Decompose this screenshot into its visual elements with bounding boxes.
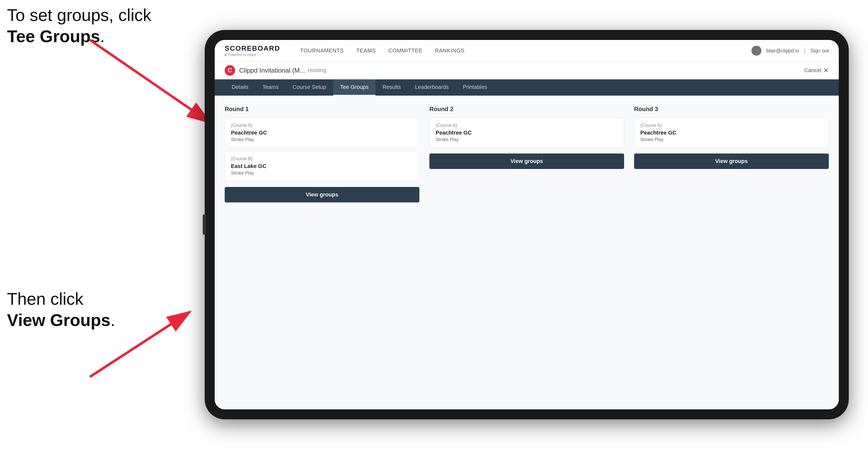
user-email: blair@clippd.io [766,48,799,54]
logo-c-icon: c [225,53,227,57]
tab-teams[interactable]: Teams [255,80,286,96]
tournament-icon: C [225,65,235,75]
tournament-header: C Clippd Invitational (M... Hosting Canc… [215,62,839,80]
nav-separator: | [804,48,805,54]
nav-teams[interactable]: TEAMS [356,48,376,54]
sub-navigation: Details Teams Course Setup Tee Groups Re… [215,80,839,96]
logo-sub: c Powered by clippit [225,53,256,57]
round-1-course-b-name: East Lake GC [231,163,413,169]
round-1-course-a-label: (Course A) [231,123,413,128]
tablet-screen: SCOREBOARD c Powered by clippit TOURNAME… [215,40,839,409]
tab-details[interactable]: Details [225,80,255,96]
round-2-title: Round 2 [429,105,624,113]
round-3-title: Round 3 [634,105,829,113]
nav-committee[interactable]: COMMITTEE [389,48,423,54]
logo-text: SCOREBOARD [225,44,280,53]
round-3-course-a-name: Peachtree GC [640,129,823,136]
round-2-course-a-card: (Course A) Peachtree GC Stroke Play [429,118,624,148]
round-3-course-a-card: (Course A) Peachtree GC Stroke Play [634,118,829,148]
round-3-course-a-format: Stroke Play [640,137,823,142]
round-1-course-a-format: Stroke Play [231,137,413,142]
round-3-view-groups-button[interactable]: View groups [634,154,829,169]
tab-leaderboards[interactable]: Leaderboards [408,80,456,96]
main-content: Round 1 (Course A) Peachtree GC Stroke P… [215,96,839,409]
logo-sub-text: Powered by clippit [228,53,256,57]
round-1-course-b-card: (Course B) East Lake GC Stroke Play [225,151,420,181]
tournament-initial: C [228,67,232,74]
tab-course-setup[interactable]: Course Setup [286,80,333,96]
logo-area: SCOREBOARD c Powered by clippit [225,44,280,57]
instruction-bottom-line1: Then click [7,289,83,308]
round-1-course-a-card: (Course A) Peachtree GC Stroke Play [225,118,420,148]
cancel-button[interactable]: Cancel ✕ [804,67,829,74]
tablet-device: SCOREBOARD c Powered by clippit TOURNAME… [205,30,849,419]
round-1-course-a-name: Peachtree GC [231,129,413,136]
round-1-title: Round 1 [225,105,420,113]
round-3-column: Round 3 (Course A) Peachtree GC Stroke P… [634,105,829,203]
user-avatar [751,46,762,56]
nav-links: TOURNAMENTS TEAMS COMMITTEE RANKINGS [300,48,737,54]
nav-rankings[interactable]: RANKINGS [435,48,465,54]
round-2-course-a-name: Peachtree GC [436,129,618,136]
nav-tournaments[interactable]: TOURNAMENTS [300,48,344,54]
tab-results[interactable]: Results [375,80,408,96]
tablet-side-button [203,215,206,235]
nav-right: blair@clippd.io | Sign out [751,46,829,56]
sign-out-link[interactable]: Sign out [811,48,829,54]
round-1-course-b-label: (Course B) [231,156,413,161]
tab-tee-groups[interactable]: Tee Groups [333,80,376,96]
round-2-view-groups-button[interactable]: View groups [429,154,624,169]
instruction-line1: To set groups, click [7,5,151,25]
tab-printables[interactable]: Printables [456,80,494,96]
round-2-course-a-label: (Course A) [436,123,618,128]
round-2-column: Round 2 (Course A) Peachtree GC Stroke P… [429,105,624,203]
round-3-course-a-label: (Course A) [640,123,823,128]
rounds-container: Round 1 (Course A) Peachtree GC Stroke P… [225,105,829,203]
round-1-view-groups-button[interactable]: View groups [225,187,420,203]
arrow-bottom-indicator [75,289,200,384]
tournament-hosting: Hosting [308,67,326,74]
svg-line-1 [90,40,210,122]
svg-line-3 [90,312,190,377]
round-2-course-a-format: Stroke Play [436,137,618,142]
cancel-x-icon: ✕ [823,67,829,74]
round-1-course-b-format: Stroke Play [231,170,413,176]
tournament-name: Clippd Invitational (M... [239,67,305,74]
cancel-label: Cancel [804,67,821,74]
round-1-column: Round 1 (Course A) Peachtree GC Stroke P… [225,105,420,203]
top-navigation: SCOREBOARD c Powered by clippit TOURNAME… [215,40,839,62]
